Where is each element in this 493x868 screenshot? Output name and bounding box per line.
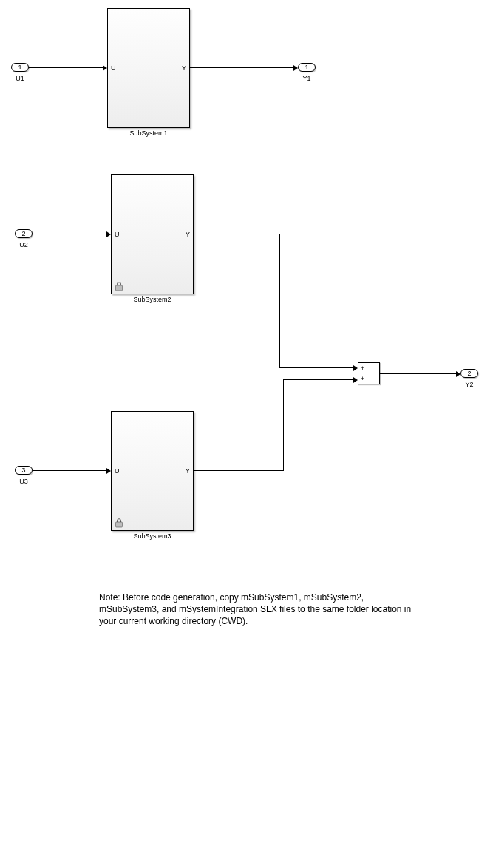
lock-icon: [115, 281, 123, 291]
wire-u3-to-sub3: [33, 470, 106, 471]
outport-y1-label: Y1: [296, 75, 318, 82]
block-subsystem2[interactable]: U Y: [111, 174, 194, 294]
wire-u2-to-sub2: [33, 234, 106, 234]
sum-plus-2: +: [361, 376, 364, 382]
block-sub1-out-label: Y: [182, 64, 186, 72]
inport-u2-label: U2: [13, 241, 35, 248]
svg-rect-0: [116, 285, 123, 291]
wire-u1-to-sub1: [29, 67, 103, 68]
block-subsystem3[interactable]: U Y: [111, 411, 194, 531]
inport-u3[interactable]: 3: [15, 466, 33, 475]
wire-sub2-h2: [279, 367, 353, 368]
outport-y1-num: 1: [305, 64, 308, 71]
inport-u1-num: 1: [18, 64, 21, 71]
lock-icon: [115, 518, 123, 528]
wire-sub3-h2: [283, 379, 353, 380]
wire-sub3-h: [194, 470, 283, 471]
inport-u1-label: U1: [9, 75, 31, 82]
wire-sum-to-y2: [380, 373, 456, 374]
inport-u2[interactable]: 2: [15, 229, 33, 238]
outport-y2-num: 2: [467, 370, 471, 377]
block-sub1-in-label: U: [111, 64, 116, 72]
outport-y2[interactable]: 2: [460, 369, 478, 378]
block-sub2-out-label: Y: [186, 231, 190, 238]
wire-sub2-h: [194, 234, 279, 234]
inport-u3-label: U3: [13, 478, 35, 485]
outport-y2-label: Y2: [458, 381, 480, 388]
block-sub3-name: SubSystem3: [111, 532, 194, 540]
sum-block[interactable]: + +: [358, 362, 380, 384]
wire-sub1-to-y1: [190, 67, 293, 68]
block-sub2-name: SubSystem2: [111, 296, 194, 303]
block-sub1-name: SubSystem1: [107, 129, 190, 137]
block-sub3-out-label: Y: [186, 467, 190, 475]
inport-u1[interactable]: 1: [11, 63, 29, 72]
inport-u3-num: 3: [21, 467, 25, 474]
note-text: Note: Before code generation, copy mSubS…: [99, 591, 424, 628]
inport-u2-num: 2: [21, 230, 25, 237]
outport-y1[interactable]: 1: [298, 63, 316, 72]
svg-rect-1: [116, 522, 123, 527]
block-sub2-in-label: U: [115, 231, 120, 238]
wire-sub2-v: [279, 234, 280, 367]
sum-plus-1: +: [361, 365, 364, 372]
block-sub3-in-label: U: [115, 467, 120, 475]
diagram-canvas: 1 U1 U Y SubSystem1 1 Y1 2 U2 U Y SubSys…: [0, 0, 493, 868]
wire-sub3-v: [283, 379, 284, 471]
block-subsystem1[interactable]: U Y: [107, 8, 190, 128]
